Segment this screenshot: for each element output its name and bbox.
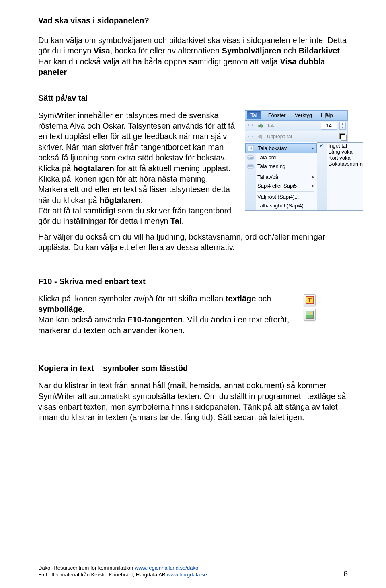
heading-satt-pa-av-tal: Sätt på/av tal [38,94,348,103]
text-bold: textläge [226,294,256,303]
text-bold: Symbolväljaren [222,46,281,55]
menu-item-label: Tala mening [257,163,285,169]
footer-text: Dako -Resurscentrum för kommunikation ww… [38,564,331,578]
svg-rect-4 [248,164,253,168]
menu-item-label: Tala bokstav [258,145,287,151]
sentence-icon [247,163,254,170]
menu-item-sapi[interactable]: Sapi4 eller Sapi5 [245,182,317,191]
menu-item-tal-avpa[interactable]: Tal av/på [245,173,317,182]
text: , bocka för eller av alternativen [110,46,222,55]
heading-sidopanelen: Vad ska visas i sidopanelen? [38,16,348,25]
menu-item-label: Sapi4 eller Sapi5 [257,183,297,189]
menu-item-tala-mening[interactable]: Tala mening [245,162,317,171]
image-mode-icon [306,311,314,319]
dropdown-menu-tal: S Tala bokstav Sol Tala ord [245,143,317,211]
menu-item-label: Lång vokal [329,149,354,155]
text: Man kan också använda [38,315,127,324]
section-tal: SymWriter innehåller en talsyntes med de… [38,110,348,236]
text-mode-icon: T [306,296,314,304]
text-mode-button[interactable]: T [304,294,316,306]
symbol-mode-button[interactable] [304,309,316,321]
svg-text:Sol: Sol [248,156,253,159]
menu-screenshot: Tal Fönster Verktyg Hjälp ⋮⋮ Tala 14 ▲▼ … [245,110,348,211]
paragraph-tal-final: Här väljer du också om du vill ha ljudni… [38,232,348,253]
svg-text:S: S [250,146,253,151]
toolbar-2: ⋮⋮ Upprepa tal [245,131,348,142]
text: . [67,68,69,76]
paragraph-tal: SymWriter innehåller en talsyntes med de… [38,110,240,227]
toolbar-grip-icon: ⋮⋮ [247,134,254,139]
footer-line2: Fritt efter material från Kerstin Kanebr… [38,572,167,578]
menu-item-label: Bokstavsnamn [329,161,363,167]
toolbar-grip-icon: ⋮⋮ [247,123,254,128]
menubar-item-fonster[interactable]: Fönster [267,111,287,119]
menubar-item-tal[interactable]: Tal [247,111,261,119]
text: och [281,46,298,55]
text-bold: högtalaren [73,164,114,173]
icon-column: T [304,294,316,321]
color-swatch-icon[interactable] [339,133,346,140]
menu-item-valj-rost[interactable]: Välj röst (Sapi4)... [245,193,317,201]
footer-link-2[interactable]: www.hargdata.se [167,572,207,578]
text-bold: Bildarkivet [299,46,340,55]
toolbar-label-upprepa: Upprepa tal [267,134,292,139]
menubar-item-verktyg[interactable]: Verktyg [293,111,314,119]
footer-link-1[interactable]: www.regionhalland.se/dako [135,565,198,571]
page-number: 6 [343,569,348,578]
menu-item-label: Tala ord [257,154,276,160]
text-column: SymWriter innehåller en talsyntes med de… [38,110,240,236]
word-icon: Sol [247,154,254,161]
toolbar-label-tala: Tala [267,123,276,129]
paragraph-sidopanelen: Du kan välja om symbolväljaren och bilda… [38,35,348,78]
font-size-input[interactable]: 14 [321,122,337,130]
page-footer: Dako -Resurscentrum för kommunikation ww… [0,564,386,578]
speaker-icon[interactable] [257,122,265,129]
section-f10: Klicka på ikonen symboler av/på för att … [38,293,348,336]
text: . [182,217,184,225]
text-bold: symbolläge [38,305,82,313]
footer-line1: Dako -Resurscentrum för kommunikation [38,565,135,571]
text: SymWriter innehåller en talsyntes med de… [38,111,235,162]
submenu-tala-bokstav: Inget tal Lång vokal Kort vokal Bokstavs… [317,142,363,211]
menu-item-label: Tal av/på [257,174,278,180]
text: Klicka på [38,164,73,173]
text-bold: Visa [94,46,110,55]
paragraph-f10: Klicka på ikonen symboler av/på för att … [38,293,296,336]
menu-item-label: Talhastighet (Sapi4)... [257,203,308,209]
menu-item-label: Välj röst (Sapi4)... [257,194,299,200]
text-bold: Tal [170,217,181,225]
text-column: Klicka på ikonen symboler av/på för att … [38,293,296,336]
text: och [256,294,271,303]
menu-item-tala-bokstav[interactable]: S Tala bokstav [245,143,317,153]
text-bold: F10-tangenten [127,315,183,324]
font-size-spinner[interactable]: ▲▼ [339,122,346,130]
text-bold: högtalaren [99,196,140,205]
heading-kopiera-in-text: Kopiera in text – symboler som lässtöd [38,364,348,373]
menubar-item-hjalp[interactable]: Hjälp [319,111,335,119]
heading-f10: F10 - Skriva med enbart text [38,277,348,286]
paragraph-kopiera: När du klistrar in text från annat håll … [38,380,348,423]
menu-item-label: Inget tal [329,143,347,149]
menu-item-talhastighet[interactable]: Talhastighet (Sapi4)... [245,201,317,210]
letter-icon: S [247,145,255,152]
text: För att få tal samtidigt som du skriver … [38,206,231,225]
text: . [82,305,85,313]
text: Klicka på ikonen symboler av/på för att … [38,294,226,303]
menubar: Tal Fönster Verktyg Hjälp [245,110,348,121]
toolbar: ⋮⋮ Tala 14 ▲▼ [245,121,348,131]
page: Vad ska visas i sidopanelen? Du kan välj… [0,0,386,588]
repeat-speaker-icon[interactable] [257,133,265,140]
text: . [141,196,143,205]
menu-item-tala-ord[interactable]: Sol Tala ord [245,153,317,162]
menu-item-label: Kort vokal [329,155,352,161]
